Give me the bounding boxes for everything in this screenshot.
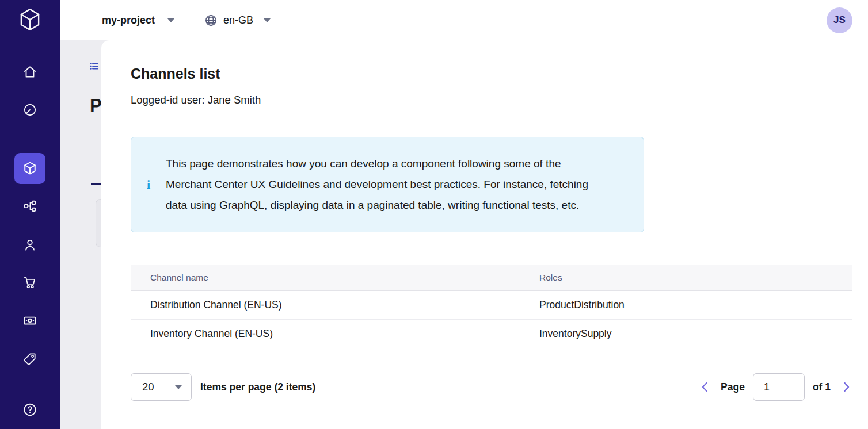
company-logo[interactable] (17, 7, 43, 32)
sidebar-item-orders[interactable] (22, 275, 37, 290)
info-banner-text: This page demonstrates how you can devel… (166, 145, 610, 224)
person-icon (22, 238, 37, 252)
next-page-button[interactable] (840, 381, 852, 393)
page-size-select[interactable]: 20 (131, 373, 192, 401)
main-region: P Channels list Logged-id user: Jane Smi… (60, 40, 868, 429)
channels-table: Channel name Roles Distribution Channel … (131, 265, 852, 348)
gauge-icon (22, 102, 37, 117)
banknote-icon (22, 313, 37, 328)
sidebar-item-products-active[interactable] (14, 153, 45, 184)
info-icon: i (131, 177, 166, 192)
project-name: my-project (102, 14, 155, 26)
home-icon (22, 64, 37, 79)
tag-icon (22, 351, 37, 366)
chevron-down-icon (175, 385, 182, 389)
chevron-down-icon (264, 18, 271, 22)
sidebar-item-home[interactable] (22, 64, 37, 79)
app-window: my-project en-GB JS P Channels lis (0, 0, 868, 429)
cart-icon (22, 275, 37, 290)
previous-page-button[interactable] (699, 381, 711, 393)
sidebar (0, 0, 60, 429)
locale-selector[interactable]: en-GB (204, 14, 271, 27)
page-size-value: 20 (142, 381, 154, 393)
hierarchy-icon (22, 199, 37, 214)
channels-panel: Channels list Logged-id user: Jane Smith… (101, 40, 868, 429)
cell-channel-name: Inventory Channel (EN-US) (131, 328, 539, 340)
cell-roles: ProductDistribution (539, 299, 852, 311)
list-icon (89, 61, 100, 74)
sidebar-item-payments[interactable] (22, 313, 37, 328)
sidebar-item-dashboard[interactable] (22, 102, 37, 117)
user-avatar[interactable]: JS (827, 7, 852, 33)
table-row[interactable]: Distribution Channel (EN-US) ProductDist… (131, 291, 852, 320)
column-header-roles: Roles (539, 273, 852, 283)
total-pages-label: of 1 (813, 381, 831, 393)
product-box-icon (22, 160, 38, 177)
pagination-bar: 20 Items per page (2 items) Page of 1 (131, 373, 852, 401)
cell-roles: InventorySupply (539, 328, 852, 340)
cell-channel-name: Distribution Channel (EN-US) (131, 299, 539, 311)
chevron-down-icon (167, 18, 174, 22)
chevron-left-icon (699, 381, 711, 393)
sidebar-item-discounts[interactable] (22, 351, 37, 366)
locale-name: en-GB (223, 14, 253, 26)
table-row[interactable]: Inventory Channel (EN-US) InventorySuppl… (131, 320, 852, 348)
sidebar-item-categories[interactable] (22, 199, 37, 214)
globe-icon (204, 14, 218, 27)
sidebar-item-help[interactable] (22, 402, 38, 417)
info-banner: i This page demonstrates how you can dev… (131, 137, 644, 232)
items-per-page-label: Items per page (2 items) (200, 381, 315, 393)
cube-logo-icon (17, 7, 43, 32)
page-number-input[interactable] (753, 373, 805, 401)
question-circle-icon (22, 402, 38, 417)
project-selector[interactable]: my-project (102, 14, 174, 26)
topbar: my-project en-GB JS (60, 0, 868, 40)
underlay-page-heading: P (90, 95, 102, 116)
page-title: Channels list (131, 66, 220, 82)
column-header-channel-name: Channel name (131, 273, 539, 283)
logged-in-user-subtitle: Logged-id user: Jane Smith (131, 94, 261, 106)
table-header-row: Channel name Roles (131, 265, 852, 291)
sidebar-item-customers[interactable] (22, 238, 37, 252)
page-label: Page (721, 381, 745, 393)
chevron-right-icon (840, 381, 852, 393)
